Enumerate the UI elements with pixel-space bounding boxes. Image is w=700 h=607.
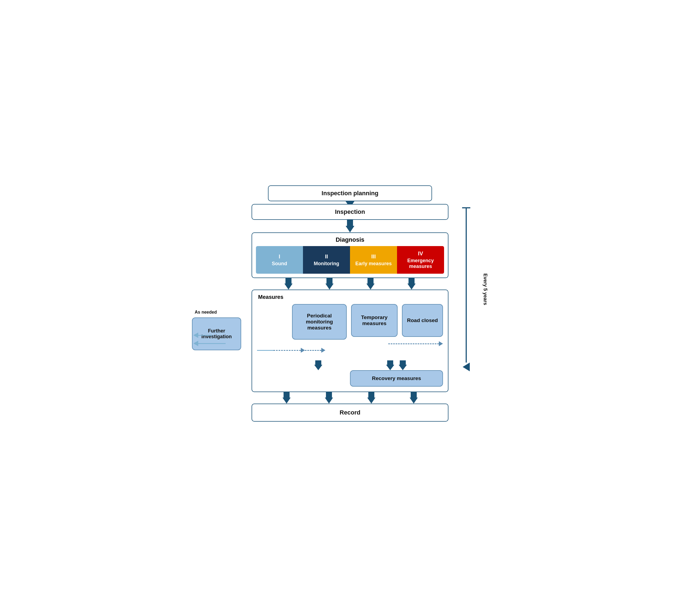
diagram-container: Inspection planning Inspection Diagnosis… (252, 185, 448, 422)
cat-label-sound: Sound (272, 261, 287, 267)
recovery-section: Recovery measures (350, 360, 443, 386)
cat-roman-3: III (371, 253, 376, 260)
arrow-down-periodical (291, 360, 346, 386)
shaft-r (400, 360, 406, 365)
cat-roman-1: I (279, 253, 280, 260)
measures-bottom-section: Recovery measures (257, 360, 443, 386)
recovery-measures-label: Recovery measures (372, 375, 421, 381)
shaft-p (315, 360, 321, 365)
periodical-monitoring-box: Periodical monitoring measures (292, 304, 347, 340)
category-early-measures: III Early measures (350, 246, 397, 274)
every5-label: Every 5 years (482, 273, 488, 305)
head-m4 (410, 398, 418, 403)
dashed-seg2 (273, 350, 301, 351)
dashed-head (439, 341, 443, 346)
head-d2 (325, 284, 334, 290)
arrow1 (346, 201, 354, 204)
arrows-to-recovery (386, 360, 407, 370)
shaft-m4 (411, 392, 417, 398)
head-d3 (366, 284, 375, 290)
category-sound: I Sound (256, 246, 303, 274)
arrow-shaft2 (347, 220, 353, 226)
arrow-to-recovery-2 (399, 360, 407, 370)
arrows-middle-row (257, 341, 443, 347)
diagnosis-box: Diagnosis I Sound II Monitoring III Earl… (252, 232, 448, 278)
arrow-head-left2 (193, 341, 198, 346)
as-needed-label: As needed (195, 310, 217, 315)
head-d1 (284, 284, 293, 290)
cat-label-monitoring: Monitoring (314, 261, 339, 267)
periodical-monitoring-label: Periodical monitoring measures (295, 313, 343, 331)
arrows-diagnosis-measures (252, 278, 448, 290)
measures-top-row: Periodical monitoring measures Temporary… (257, 304, 443, 340)
cat-roman-2: II (325, 253, 328, 260)
arrow-d4 (407, 278, 416, 290)
dashed-line (388, 343, 439, 344)
shaft-m3 (368, 392, 374, 398)
recovery-measures-box: Recovery measures (350, 370, 443, 386)
shaft-d2 (326, 278, 333, 284)
arrow-d3 (366, 278, 375, 290)
head-t (386, 365, 394, 370)
arrow-head2 (346, 226, 354, 232)
measures-outer-box: Measures As needed Further Investigation… (252, 290, 448, 392)
arrow-head-left (193, 333, 198, 338)
arrow-m3 (367, 392, 376, 403)
arrow-from-periodical (388, 341, 443, 347)
arrow-shaft-left (198, 335, 212, 336)
arrow-d1 (284, 278, 293, 290)
inspection-label: Inspection (335, 208, 365, 215)
bracket-vert (466, 208, 467, 362)
head-r (399, 365, 407, 370)
bracket-line (462, 207, 470, 371)
diagnosis-title: Diagnosis (256, 236, 444, 243)
head-m1 (282, 398, 291, 403)
road-closed-label: Road closed (407, 317, 438, 323)
arrow2 (346, 220, 354, 232)
inspection-planning-box: Inspection planning (268, 185, 432, 201)
arrow-shaft-left2 (198, 343, 226, 344)
arrows-measures-record (252, 392, 448, 403)
category-monitoring: II Monitoring (303, 246, 350, 274)
dashed-arrow-container (388, 341, 443, 346)
dashed-arrow-full (257, 348, 429, 353)
cat-label-early: Early measures (355, 261, 391, 267)
dashed-seg1 (257, 350, 273, 351)
shaft-t (387, 360, 393, 365)
cat-label-emergency: Emergency measures (399, 258, 442, 269)
inspection-planning-label: Inspection planning (322, 190, 378, 196)
dashed-head2 (301, 348, 305, 353)
diagnosis-categories: I Sound II Monitoring III Early measures… (256, 246, 444, 274)
dashed-head3 (321, 348, 325, 353)
shaft-d1 (285, 278, 292, 284)
inspection-box: Inspection (252, 204, 448, 220)
temporary-measures-label: Temporary measures (354, 314, 394, 327)
arrow-further-left2 (193, 341, 226, 346)
shaft-m2 (326, 392, 332, 398)
record-box: Record (252, 403, 448, 422)
cat-roman-4: IV (418, 250, 423, 257)
head-m3 (367, 398, 376, 403)
shaft-d4 (408, 278, 415, 284)
category-emergency-measures: IV Emergency measures (397, 246, 444, 274)
measures-title: Measures (258, 294, 443, 300)
every5-bracket: Every 5 years (462, 207, 470, 371)
bracket-arrow (463, 362, 470, 371)
record-label: Record (340, 409, 360, 416)
dashed-seg3 (305, 350, 321, 351)
shaft-m1 (283, 392, 290, 398)
temporary-measures-box: Temporary measures (351, 304, 398, 337)
shaft-d3 (367, 278, 374, 284)
arrow-m1 (282, 392, 291, 403)
arrow-m4 (410, 392, 418, 403)
arrow-m2 (325, 392, 333, 403)
arrow-to-recovery-1 (386, 360, 394, 370)
arrow-further-left (193, 333, 212, 338)
head-d4 (407, 284, 416, 290)
arrow-d2 (325, 278, 334, 290)
head-p (314, 365, 322, 370)
head-m2 (325, 398, 333, 403)
road-closed-box: Road closed (402, 304, 443, 337)
